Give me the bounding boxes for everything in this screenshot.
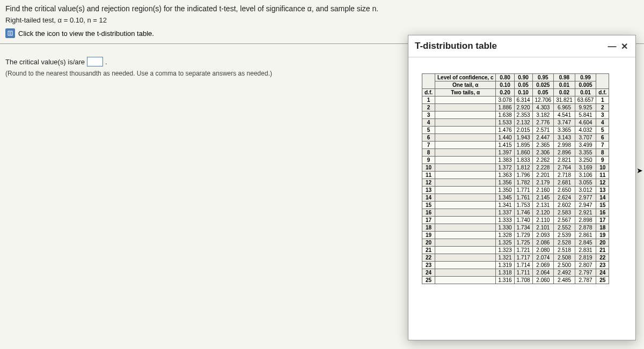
df-label-left: d.f.: [422, 89, 435, 96]
table-row: 201.3251.7252.0862.5282.84520: [422, 239, 609, 247]
table-row: 121.3561.7822.1792.6813.05512: [422, 179, 609, 187]
icon-link-label: Click the icon to view the t-distributio…: [18, 29, 154, 38]
t-distribution-table: Level of confidence, c 0.80 0.90 0.95 0.…: [422, 73, 609, 284]
close-icon[interactable]: — ✕: [608, 41, 629, 51]
header-confidence-label: Level of confidence, c: [435, 74, 496, 81]
answer-prompt-post: .: [105, 58, 107, 66]
df-header-right: [596, 74, 609, 89]
table-row: 251.3161.7082.0602.4852.78725: [422, 277, 609, 284]
question-text-1: Find the critical value(s) and rejection…: [0, 0, 644, 15]
cursor-icon: ➤: [636, 166, 643, 175]
table-row: 131.3501.7712.1602.6503.01213: [422, 187, 609, 194]
question-text-2: Right-tailed test, α = 0.10, n = 12: [0, 15, 644, 25]
table-row: 13.0786.31412.70631.82163.6571: [422, 96, 609, 104]
table-row: 161.3371.7462.1202.5832.92116: [422, 209, 609, 217]
table-row: 241.3181.7112.0642.4922.79724: [422, 269, 609, 277]
table-row: 41.5332.1322.7763.7474.6044: [422, 119, 609, 127]
df-label-right: d.f.: [596, 89, 609, 96]
table-row: 61.4401.9432.4473.1433.7076: [422, 134, 609, 142]
table-row: 71.4151.8952.3652.9983.4997: [422, 142, 609, 149]
header-twotails-label: Two tails, α: [435, 89, 496, 96]
table-row: 181.3301.7342.1012.5522.87818: [422, 224, 609, 232]
header-onetail-label: One tail, α: [435, 81, 496, 89]
table-row: 101.3721.8122.2282.7643.16910: [422, 164, 609, 172]
table-row: 111.3631.7962.2012.7183.10611: [422, 172, 609, 179]
header-row-twotails: d.f. Two tails, α 0.20 0.10 0.05 0.02 0.…: [422, 89, 609, 96]
table-row: 91.3831.8332.2622.8213.2509: [422, 157, 609, 164]
table-row: 51.4762.0152.5713.3654.0325: [422, 127, 609, 134]
df-header-left: [422, 74, 435, 89]
t-distribution-popup: T-distribution table — ✕ Level of confid…: [408, 35, 636, 340]
table-row: 151.3411.7532.1312.6022.94715: [422, 202, 609, 209]
table-row: 31.6382.3533.1824.5415.8413: [422, 112, 609, 119]
header-row-confidence: Level of confidence, c 0.80 0.90 0.95 0.…: [422, 74, 609, 81]
answer-prompt-pre: The critical value(s) is/are: [5, 58, 85, 66]
table-row: 231.3191.7142.0692.5002.80723: [422, 262, 609, 269]
table-row: 221.3211.7172.0742.5082.81922: [422, 254, 609, 262]
table-row: 211.3231.7212.0802.5182.83121: [422, 247, 609, 254]
table-row: 21.8862.9204.3036.9659.9252: [422, 104, 609, 112]
critical-value-input[interactable]: [87, 57, 103, 66]
table-row: 81.3971.8602.3062.8963.3558: [422, 149, 609, 157]
table-row: 141.3451.7612.1452.6242.97714: [422, 194, 609, 202]
table-row: 171.3331.7402.1102.5672.89817: [422, 217, 609, 224]
document-icon: [5, 28, 15, 38]
popup-header: T-distribution table — ✕: [408, 35, 635, 57]
table-row: 191.3281.7292.0932.5392.86119: [422, 232, 609, 239]
popup-title: T-distribution table: [415, 41, 497, 51]
t-table-container: Level of confidence, c 0.80 0.90 0.95 0.…: [408, 57, 635, 292]
header-row-onetail: One tail, α 0.10 0.05 0.025 0.01 0.005: [422, 81, 609, 89]
